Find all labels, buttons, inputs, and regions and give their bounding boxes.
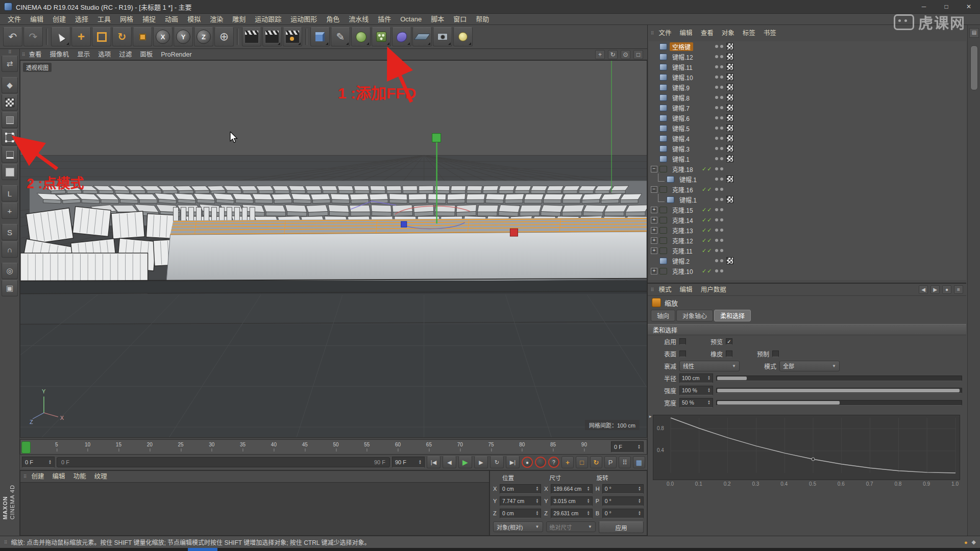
object-row[interactable]: −克隆.16✓✓ bbox=[649, 184, 966, 194]
rotation-h-field[interactable]: H0 °▲▼ bbox=[596, 483, 644, 494]
menu-item[interactable]: 动画 bbox=[160, 14, 183, 25]
status-render-icon[interactable]: ● bbox=[964, 539, 968, 545]
attribute-menu-item[interactable]: 编辑 bbox=[676, 284, 697, 295]
play-button[interactable]: ▶ bbox=[458, 456, 472, 468]
texture-tag-icon[interactable] bbox=[726, 135, 733, 142]
radius-slider[interactable] bbox=[716, 375, 962, 381]
previous-frame-button[interactable]: ◀ bbox=[443, 456, 456, 468]
menu-item[interactable]: 插件 bbox=[373, 14, 396, 25]
object-name[interactable]: 键帽.11 bbox=[670, 63, 695, 71]
expander-icon[interactable]: + bbox=[651, 227, 657, 234]
viewport-menu-item[interactable]: 面板 bbox=[136, 49, 157, 60]
point-mode-button[interactable] bbox=[2, 129, 18, 145]
menu-item[interactable]: 文件 bbox=[3, 14, 26, 25]
preview-checkbox[interactable] bbox=[726, 338, 732, 345]
add-light-button[interactable] bbox=[453, 27, 473, 46]
goto-start-button[interactable]: |◀ bbox=[427, 456, 440, 468]
live-selection-button[interactable] bbox=[51, 27, 70, 46]
expander-icon[interactable]: + bbox=[651, 268, 657, 274]
lock-y-button[interactable]: Y bbox=[174, 27, 193, 46]
object-name[interactable]: 空格键 bbox=[670, 42, 693, 51]
add-primitive-button[interactable] bbox=[310, 27, 330, 46]
add-mograph-button[interactable] bbox=[372, 27, 391, 46]
attribute-menu-item[interactable]: 用户数据 bbox=[697, 284, 730, 295]
object-manager-menu-item[interactable]: 编辑 bbox=[676, 28, 697, 39]
object-manager-menu-item[interactable]: 标签 bbox=[739, 28, 760, 39]
object-list-scrollbar[interactable]: ▤ bbox=[967, 25, 980, 536]
object-row[interactable]: +克隆.13✓✓ bbox=[649, 225, 966, 235]
visibility-dots[interactable] bbox=[715, 198, 726, 201]
texture-tag-icon[interactable] bbox=[726, 176, 733, 183]
goto-end-button[interactable]: ▶| bbox=[506, 456, 520, 468]
soft-selection-section-header[interactable]: 柔和选择 bbox=[648, 324, 966, 335]
rotation-b-field[interactable]: B0 °▲▼ bbox=[596, 508, 644, 519]
viewport-canvas[interactable]: Y Z X bbox=[20, 61, 647, 437]
expander-icon[interactable]: − bbox=[651, 186, 657, 193]
visibility-dots[interactable] bbox=[715, 229, 726, 232]
object-manager-menu-item[interactable]: 文件 bbox=[655, 28, 676, 39]
spinner-icon[interactable]: ▲▼ bbox=[638, 444, 641, 449]
key-parameter-toggle[interactable]: P bbox=[604, 456, 617, 468]
expander-icon[interactable]: − bbox=[651, 166, 657, 172]
texture-tag-icon[interactable] bbox=[726, 257, 733, 264]
menu-item[interactable]: 创建 bbox=[48, 14, 70, 25]
visibility-dots[interactable] bbox=[715, 76, 726, 79]
loop-button[interactable]: ↻ bbox=[490, 456, 504, 468]
object-name[interactable]: 键帽.5 bbox=[670, 124, 692, 133]
menu-item[interactable]: 角色 bbox=[322, 14, 344, 25]
menu-item[interactable]: Octane bbox=[396, 14, 426, 25]
object-manager-menu-item[interactable]: 对象 bbox=[718, 28, 739, 39]
drag-handle-icon[interactable]: ⠿ bbox=[651, 30, 654, 36]
visibility-dots[interactable] bbox=[715, 127, 726, 130]
object-name[interactable]: 键帽.1 bbox=[677, 175, 699, 184]
texture-mode-button[interactable] bbox=[2, 94, 18, 111]
drag-handle-icon[interactable]: ⠿ bbox=[8, 49, 11, 55]
menu-item[interactable]: 编辑 bbox=[26, 14, 48, 25]
visibility-dots[interactable] bbox=[715, 65, 726, 68]
apply-button[interactable]: 应用 bbox=[599, 521, 644, 533]
add-camera-button[interactable] bbox=[433, 27, 452, 46]
object-row[interactable]: +克隆.12✓✓ bbox=[649, 235, 966, 245]
object-row[interactable]: +克隆.11✓✓ bbox=[649, 245, 966, 256]
visibility-dots[interactable] bbox=[715, 239, 726, 242]
falloff-dropdown[interactable]: 线性▼ bbox=[679, 361, 740, 371]
object-mode-dropdown[interactable]: 对象(相对)▼ bbox=[493, 521, 543, 532]
texture-tag-icon[interactable] bbox=[726, 84, 733, 91]
texture-tag-icon[interactable] bbox=[726, 63, 733, 70]
mode-dropdown[interactable]: 全部▼ bbox=[779, 361, 840, 371]
drag-handle-icon[interactable]: ⠿ bbox=[23, 473, 27, 480]
size-mode-dropdown[interactable]: 绝对尺寸▼ bbox=[546, 521, 596, 532]
object-name[interactable]: 键帽.6 bbox=[670, 114, 692, 122]
menu-item[interactable]: 捕捉 bbox=[138, 14, 160, 25]
object-manager-menu-item[interactable]: 书签 bbox=[760, 28, 780, 39]
add-generator-button[interactable] bbox=[351, 27, 371, 46]
visibility-dots[interactable] bbox=[715, 218, 726, 221]
visibility-dots[interactable] bbox=[715, 269, 726, 272]
menu-item[interactable]: 工具 bbox=[93, 14, 115, 25]
visibility-dots[interactable] bbox=[715, 45, 726, 48]
viewport-menu-item[interactable]: 选项 bbox=[94, 49, 115, 60]
curve-expander-icon[interactable]: ▸ bbox=[649, 414, 652, 419]
undo-button[interactable]: ↶ bbox=[3, 27, 22, 46]
last-tool-button[interactable] bbox=[133, 27, 152, 46]
status-layout-icon[interactable]: ◆ bbox=[972, 539, 976, 545]
toggle-view-icon[interactable]: □ bbox=[633, 50, 643, 59]
width-field[interactable]: 50 %▲▼ bbox=[679, 398, 713, 408]
coords-mode-button[interactable]: + bbox=[2, 203, 18, 219]
expander-icon[interactable]: + bbox=[651, 207, 657, 213]
object-name[interactable]: 克隆.10 bbox=[670, 267, 696, 276]
object-row[interactable]: 键帽.6 bbox=[649, 113, 966, 123]
coordinate-system-button[interactable]: ⊕ bbox=[214, 27, 234, 46]
menu-item[interactable]: 流水线 bbox=[344, 14, 373, 25]
object-row[interactable]: 键帽.4 bbox=[649, 133, 966, 143]
material-menu-item[interactable]: 功能 bbox=[69, 471, 90, 482]
visibility-dots[interactable] bbox=[715, 157, 726, 160]
texture-tag-icon[interactable] bbox=[726, 94, 733, 101]
position-x-field[interactable]: X0 cm▲▼ bbox=[493, 483, 541, 494]
object-name[interactable]: 克隆.12 bbox=[670, 236, 696, 245]
key-rotation-toggle[interactable]: ↻ bbox=[590, 456, 602, 468]
object-name[interactable]: 克隆.16 bbox=[670, 185, 696, 194]
object-name[interactable]: 键帽.10 bbox=[670, 73, 696, 82]
current-frame-field[interactable]: 0 F ▲▼ bbox=[611, 441, 644, 453]
lock-x-button[interactable]: X bbox=[153, 27, 173, 46]
